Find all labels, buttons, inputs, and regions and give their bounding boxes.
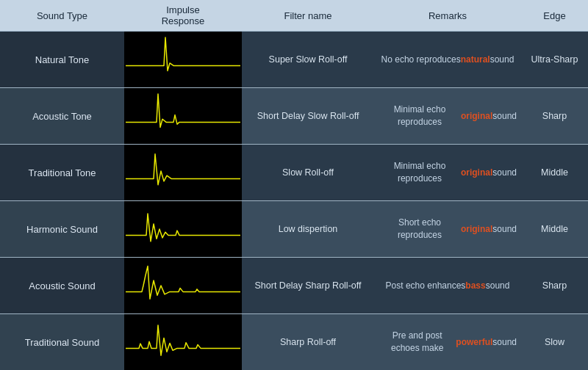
sound-type-cell: Harmonic Sound (0, 201, 124, 257)
svg-rect-0 (126, 34, 240, 85)
table-row: Acoustic Sound Short Delay Sharp Roll-of… (0, 258, 588, 314)
table-row: Natural Tone Super Slow Roll-offNo echo … (0, 32, 588, 88)
sound-type-cell: Acoustic Sound (0, 258, 124, 313)
edge-cell: Middle (521, 201, 588, 257)
sound-type-cell: Traditional Sound (0, 314, 124, 370)
header-sound-type: Sound Type (0, 0, 124, 31)
filter-name-cell: Short Delay Sharp Roll-off (242, 258, 374, 313)
comparison-table: Sound Type Impulse Response Filter name … (0, 0, 588, 370)
sound-type-cell: Acoustic Tone (0, 88, 124, 144)
highlighted-word: original (461, 167, 492, 179)
highlighted-word: original (461, 110, 492, 123)
sound-type-cell: Natural Tone (0, 32, 124, 87)
filter-name-cell: Slow Roll-off (242, 145, 374, 200)
edge-cell: Sharp (521, 258, 588, 313)
remarks-cell: Minimal echo reproduces original sound (374, 145, 521, 200)
header-impulse: Impulse Response (124, 0, 242, 31)
edge-cell: Middle (521, 145, 588, 200)
remarks-cell: Short echo reproduces original sound (374, 201, 521, 257)
highlighted-word: original (461, 223, 492, 236)
impulse-response-cell (124, 88, 242, 144)
table-header: Sound Type Impulse Response Filter name … (0, 0, 588, 32)
edge-cell: Sharp (521, 88, 588, 144)
svg-rect-3 (126, 203, 240, 255)
filter-name-cell: Low dispertion (242, 201, 374, 257)
remarks-cell: Minimal echo reproduces original sound (374, 88, 521, 144)
impulse-response-cell (124, 145, 242, 200)
svg-rect-2 (126, 147, 240, 198)
sound-type-cell: Traditional Tone (0, 145, 124, 200)
edge-cell: Ultra-Sharp (521, 32, 588, 87)
header-remarks: Remarks (374, 0, 521, 31)
remarks-cell: No echo reproduces natural sound (374, 32, 521, 87)
filter-name-cell: Short Delay Slow Roll-off (242, 88, 374, 144)
impulse-response-cell (124, 258, 242, 313)
impulse-response-cell (124, 314, 242, 370)
table-row: Traditional Tone Slow Roll-offMinimal ec… (0, 145, 588, 201)
highlighted-word: bass (465, 280, 485, 292)
table-row: Traditional Sound Sharp Roll-offPre and … (0, 314, 588, 370)
header-edge: Edge (521, 0, 588, 31)
impulse-response-cell (124, 201, 242, 257)
table-row: Acoustic Tone Short Delay Slow Roll-offM… (0, 88, 588, 145)
edge-cell: Slow (521, 314, 588, 370)
svg-rect-1 (126, 90, 240, 142)
remarks-cell: Post echo enhances bass sound (374, 258, 521, 313)
highlighted-word: natural (461, 54, 490, 66)
highlighted-word: powerful (456, 336, 492, 349)
table-row: Harmonic Sound Low dispertionShort echo … (0, 201, 588, 258)
filter-name-cell: Super Slow Roll-off (242, 32, 374, 87)
filter-name-cell: Sharp Roll-off (242, 314, 374, 370)
remarks-cell: Pre and post echoes make powerful sound (374, 314, 521, 370)
header-filter: Filter name (242, 0, 374, 31)
svg-rect-5 (126, 316, 240, 368)
table-body: Natural Tone Super Slow Roll-offNo echo … (0, 32, 588, 370)
impulse-response-cell (124, 32, 242, 87)
